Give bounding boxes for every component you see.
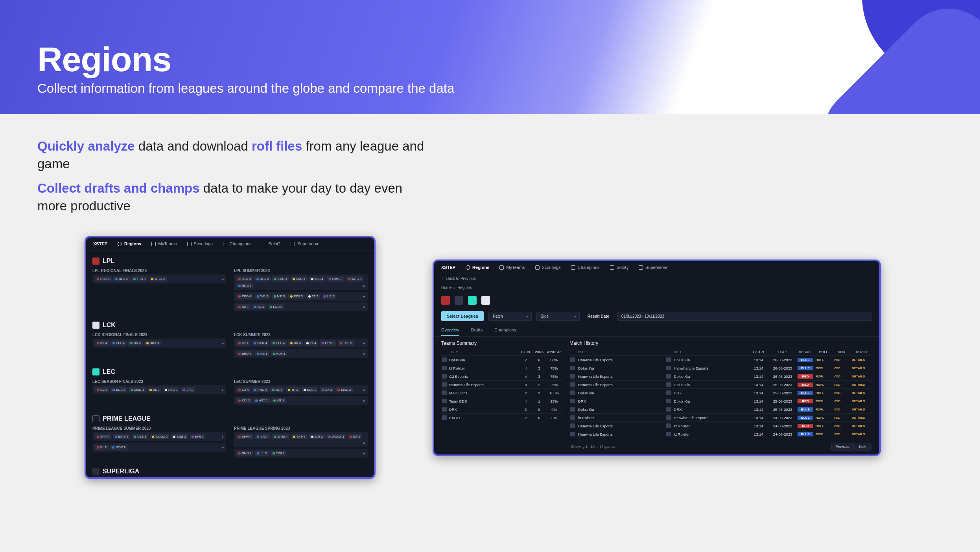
team-tag[interactable]: DK 4 — [128, 340, 143, 346]
team-tag[interactable]: AL 1 — [252, 304, 266, 309]
team-tag[interactable]: BDS 4 — [111, 387, 127, 392]
rofl-link[interactable]: ROFL — [816, 424, 831, 428]
rofl-link[interactable]: ROFL — [816, 391, 831, 395]
team-tag[interactable]: WBG 3 — [346, 276, 364, 282]
team-tag[interactable]: NIP 3 — [272, 294, 287, 299]
team-tag[interactable]: TT 2 — [306, 294, 320, 299]
team-tag[interactable]: EINS 4 — [272, 434, 289, 439]
expand-arrow-icon[interactable]: ▸ — [222, 341, 224, 345]
rofl-link[interactable]: ROFL — [816, 366, 831, 370]
team-tag[interactable]: SFW 1 — [110, 445, 127, 450]
team-tag[interactable]: FPX 3 — [288, 294, 304, 299]
team-tag[interactable]: SK 3 — [320, 387, 334, 392]
team-tag[interactable]: JDG 4 — [236, 276, 253, 282]
rofl-link[interactable]: ROFL — [816, 358, 831, 362]
nav-regions[interactable]: Regions — [118, 241, 141, 246]
table-row[interactable]: DRX Dplus Kia 13.14 25-08-2023 RED ROFL … — [569, 397, 872, 405]
table-row[interactable]: Dplus Kia DRX 13.14 25-08-2023 BLUE ROFL… — [569, 388, 872, 397]
team-tag[interactable]: S04 3 — [309, 434, 325, 439]
table-row[interactable]: Hanwha Life Esports kt Rolster 13.14 24-… — [569, 430, 872, 438]
team-tag[interactable]: KT 4 — [95, 340, 109, 346]
team-tag[interactable]: HLE 4 — [111, 340, 127, 346]
league-title[interactable]: LEC — [92, 368, 368, 375]
side-select[interactable]: Side — [536, 312, 580, 321]
nav-soloq[interactable]: SoloQ — [610, 265, 629, 270]
team-tag[interactable]: WBG 3 — [149, 276, 167, 282]
team-tag[interactable]: KOI 2 — [236, 398, 252, 403]
nav-superserver[interactable]: Superserver — [639, 265, 669, 270]
table-row[interactable]: Hanwha Life Esports Dplus Kia 13.14 26-0… — [569, 380, 872, 388]
team-tag[interactable]: XL 4 — [270, 387, 284, 392]
tab-overview[interactable]: Overview — [441, 328, 459, 336]
team-tag[interactable]: USE 3 — [132, 434, 148, 439]
league-chip[interactable] — [441, 296, 450, 305]
expand-arrow-icon[interactable]: ▸ — [363, 441, 365, 445]
vod-link[interactable]: VOD — [834, 408, 849, 411]
table-row[interactable]: G2 Esports 4 3 75% — [441, 372, 563, 380]
previous-button[interactable]: Previous — [831, 443, 854, 451]
details-link[interactable]: DETAILS — [852, 366, 871, 370]
table-row[interactable]: Hanwha Life Esports Dplus Kia 13.14 26-0… — [569, 372, 872, 380]
nav-champions[interactable]: Champions — [571, 265, 600, 270]
team-tag[interactable]: GEN 4 — [252, 340, 269, 346]
patch-select[interactable]: Patch — [488, 312, 532, 321]
brand-logo[interactable]: XSTEP — [441, 265, 455, 270]
vod-link[interactable]: VOD — [834, 424, 849, 428]
team-tag[interactable]: KT 4 — [236, 340, 251, 346]
expand-arrow-icon[interactable]: ▸ — [363, 388, 365, 392]
rofl-link[interactable]: ROFL — [816, 383, 831, 386]
vod-link[interactable]: VOD — [834, 432, 849, 436]
team-tag[interactable]: BIG 4 — [255, 434, 270, 439]
expand-arrow-icon[interactable]: ▸ — [363, 398, 365, 403]
team-tag[interactable]: EL 2 — [255, 451, 269, 456]
date-range-input[interactable]: 01/01/2023 - 10/11/2023 — [617, 312, 872, 321]
expand-arrow-icon[interactable]: ▸ — [363, 305, 365, 309]
team-tag[interactable]: NNO 2 — [236, 451, 253, 456]
expand-arrow-icon[interactable]: ▸ — [363, 283, 365, 288]
breadcrumb-regions[interactable]: Regions — [457, 285, 472, 290]
team-tag[interactable]: SKP 3 — [291, 434, 308, 439]
team-tag[interactable]: AST 1 — [253, 398, 269, 403]
expand-arrow-icon[interactable]: ▸ — [363, 351, 365, 356]
details-link[interactable]: DETAILS — [852, 416, 871, 420]
table-row[interactable]: DRX 3 0 0% — [441, 405, 563, 413]
nav-scoutings[interactable]: Scoutings — [187, 241, 213, 246]
table-row[interactable]: Dplus Kia 7 6 80% — [441, 355, 563, 364]
breadcrumb-home[interactable]: Home — [441, 285, 452, 290]
team-tag[interactable]: G2 4 — [95, 387, 109, 392]
next-button[interactable]: Next — [855, 443, 871, 451]
details-link[interactable]: DETAILS — [852, 432, 871, 436]
team-tag[interactable]: EWI 2 — [190, 434, 206, 439]
rofl-link[interactable]: ROFL — [816, 375, 831, 378]
team-tag[interactable]: BLG 4 — [254, 276, 271, 282]
details-link[interactable]: DETAILS — [852, 424, 871, 428]
vod-link[interactable]: VOD — [834, 391, 849, 395]
expand-arrow-icon[interactable]: ▸ — [222, 277, 224, 281]
team-tag[interactable]: SKP 4 — [95, 434, 111, 439]
table-row[interactable]: EXCEL 2 0 0% — [441, 413, 563, 421]
team-tag[interactable]: WOUZ 3 — [326, 434, 346, 439]
team-tag[interactable]: TES 3 — [131, 276, 147, 282]
rofl-link[interactable]: ROFL — [816, 408, 831, 411]
table-row[interactable]: MAD Lions 2 2 100% — [441, 388, 563, 397]
details-link[interactable]: DETAILS — [852, 383, 871, 386]
team-tag[interactable]: SK 2 — [181, 387, 195, 392]
nav-scoutings[interactable]: Scoutings — [535, 265, 561, 270]
expand-arrow-icon[interactable]: ▸ — [363, 341, 365, 345]
table-row[interactable]: Team BDS 4 1 25% — [441, 397, 563, 405]
team-tag[interactable]: EDG 4 — [272, 276, 289, 282]
team-tag[interactable]: TES 4 — [309, 276, 325, 282]
vod-link[interactable]: VOD — [834, 399, 849, 403]
team-tag[interactable]: EDG 4 — [236, 294, 253, 299]
team-tag[interactable]: EDG 4 — [95, 276, 112, 282]
table-row[interactable]: kt Rolster 4 3 75% — [441, 364, 563, 372]
table-row[interactable]: Dplus Kia DRX 13.14 25-08-2023 BLUE ROFL… — [569, 405, 872, 413]
team-tag[interactable]: VIT 1 — [271, 398, 286, 403]
tab-drafts[interactable]: Drafts — [471, 328, 483, 336]
team-tag[interactable]: XL 3 — [147, 387, 161, 392]
table-row[interactable]: Hanwha Life Esports 8 2 25% — [441, 380, 563, 388]
details-link[interactable]: DETAILS — [852, 408, 871, 411]
team-tag[interactable]: DRX 3 — [320, 340, 337, 346]
league-title[interactable]: LPL — [92, 258, 368, 265]
expand-arrow-icon[interactable]: ▸ — [222, 445, 224, 449]
